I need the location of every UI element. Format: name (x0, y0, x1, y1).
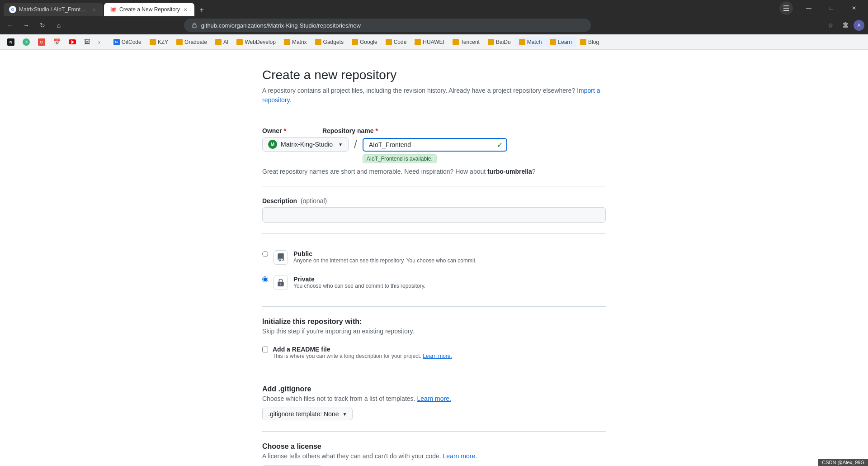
tab2-favicon: 🐙 (109, 6, 117, 13)
suggestion-text: Great repository names are short and mem… (262, 168, 606, 175)
lock-icon (191, 22, 198, 29)
extensions-icon[interactable] (839, 19, 852, 32)
maximize-button[interactable]: □ (821, 0, 842, 16)
title-bar: G MatrixStudio / AIoT_Frontend ✕ 🐙 Creat… (0, 0, 868, 16)
gitignore-dropdown[interactable]: .gitignore template: None ▼ (262, 408, 353, 420)
bookmark-webdevelop[interactable]: WebDevelop (233, 37, 279, 47)
divider-2 (262, 186, 606, 186)
gitignore-dropdown-label: .gitignore template: None (268, 410, 339, 418)
bookmark-youtube[interactable] (65, 38, 80, 46)
bookmark-graduate-label: Graduate (184, 39, 207, 45)
readme-option[interactable]: Add a README file This is where you can … (262, 342, 606, 363)
owner-dropdown[interactable]: M Matrix-King-Studio ▼ (262, 137, 349, 152)
bookmark-code[interactable]: Code (382, 37, 410, 47)
public-desc: Anyone on the internet can see this repo… (293, 257, 606, 264)
address-input[interactable]: github.com/organizations/Matrix-King-Stu… (184, 19, 591, 32)
public-radio[interactable] (262, 251, 268, 257)
public-title: Public (293, 250, 606, 257)
bookmark-ai[interactable]: AI (212, 37, 232, 47)
page-content: Create a new repository A repository con… (0, 50, 868, 466)
bookmark-blog-label: Blog (588, 39, 599, 45)
status-bar: CSDN @Alex_99G (818, 459, 868, 466)
readme-checkbox[interactable] (262, 347, 268, 352)
bookmark-kzy[interactable]: KZY (146, 37, 172, 47)
license-learn-more[interactable]: Learn more. (443, 452, 477, 460)
new-tab-button[interactable]: + (195, 4, 208, 16)
tab1-title: MatrixStudio / AIoT_Frontend (19, 6, 89, 13)
bookmark-gadgets[interactable]: Gadgets (311, 37, 347, 47)
repo-name-label: Repository name * (322, 127, 378, 134)
svg-rect-0 (783, 5, 789, 6)
bookmark-star-icon[interactable]: ☆ (825, 19, 837, 32)
bookmark-huawei-label: HUAWEI (423, 39, 444, 45)
graduate-folder-icon (176, 39, 183, 45)
atom-icon: ⚛ (23, 38, 30, 46)
repo-name-required: * (375, 127, 377, 134)
bookmark-baidu[interactable]: BaiDu (484, 37, 514, 47)
description-optional: (optional) (301, 197, 327, 204)
suggestion-link[interactable]: turbo-umbrella (487, 168, 532, 175)
bookmark-graduate[interactable]: Graduate (173, 37, 211, 47)
bookmark-blog[interactable]: Blog (576, 37, 603, 47)
svg-rect-3 (193, 25, 196, 28)
back-button[interactable]: ← (4, 19, 16, 32)
bookmark-ai-label: AI (223, 39, 228, 45)
private-info: Private You choose who can see and commi… (293, 276, 606, 289)
bookmark-code-label: Code (394, 39, 407, 45)
public-option[interactable]: Public Anyone on the internet can see th… (262, 245, 606, 270)
bookmark-matrix[interactable]: Matrix (280, 37, 311, 47)
ai-folder-icon (215, 39, 222, 45)
youtube-icon (69, 39, 76, 44)
bookmark-learn[interactable]: Learn (546, 37, 576, 47)
private-radio[interactable] (262, 276, 268, 282)
tab-create-repo[interactable]: 🐙 Create a New Repository ✕ (104, 3, 194, 16)
bookmark-google-label: Google (360, 39, 377, 45)
repo-name-input-wrapper: ✓ AIoT_Frontend is available. (363, 138, 507, 152)
profile-icon[interactable] (779, 1, 793, 15)
visibility-section: Public Anyone on the internet can see th… (262, 245, 606, 295)
description-input[interactable] (262, 207, 606, 223)
baidu-folder-icon (488, 39, 494, 45)
google-folder-icon (352, 39, 358, 45)
browser-chrome: G MatrixStudio / AIoT_Frontend ✕ 🐙 Creat… (0, 0, 868, 466)
readme-learn-more[interactable]: Learn more. (423, 353, 452, 359)
bookmark-atom[interactable]: ⚛ (19, 37, 33, 48)
owner-repo-section: Owner * Repository name * M (262, 127, 606, 175)
learn-folder-icon (550, 39, 556, 45)
bookmark-learn-label: Learn (558, 39, 572, 45)
img-icon: 🖼 (84, 38, 90, 45)
bookmark-notion[interactable]: N (4, 37, 18, 48)
repo-name-input[interactable] (363, 138, 507, 152)
bookmark-calendar[interactable]: 📅 (50, 37, 64, 47)
private-option[interactable]: Private You choose who can see and commi… (262, 270, 606, 295)
bookmark-tencent[interactable]: Tencent (449, 37, 483, 47)
bookmark-huawei[interactable]: HUAWEI (411, 37, 448, 47)
c-icon: C (38, 38, 45, 46)
tab1-close[interactable]: ✕ (90, 6, 98, 13)
close-button[interactable]: ✕ (844, 0, 864, 16)
gitignore-learn-more[interactable]: Learn more. (417, 395, 451, 402)
forward-button[interactable]: → (20, 19, 33, 32)
bookmark-separator (107, 38, 107, 47)
calendar-icon: 📅 (53, 38, 61, 45)
bookmark-gitcode[interactable]: G GitCode (110, 37, 145, 47)
init-section: Initialize this repository with: Skip th… (262, 318, 606, 363)
bookmark-match[interactable]: Match (515, 37, 546, 47)
tab-matrix-studio[interactable]: G MatrixStudio / AIoT_Frontend ✕ (4, 3, 103, 16)
profile-avatar[interactable]: A (854, 20, 864, 31)
home-button[interactable]: ⌂ (52, 19, 65, 32)
divider-3 (262, 233, 606, 234)
webdevelop-folder-icon (236, 39, 243, 45)
bookmark-google[interactable]: Google (348, 37, 381, 47)
bookmark-arrow[interactable]: › (94, 37, 104, 48)
tab2-close[interactable]: ✕ (182, 6, 189, 13)
svg-rect-2 (783, 10, 789, 11)
bookmark-img[interactable]: 🖼 (80, 37, 94, 47)
owner-required: * (283, 127, 286, 134)
bookmarks-bar: N ⚛ C 📅 🖼 › G GitCode KZY (0, 34, 868, 50)
svg-rect-1 (783, 8, 789, 9)
bookmark-c[interactable]: C (34, 37, 49, 48)
reload-button[interactable]: ↻ (36, 19, 49, 32)
license-title: Choose a license (262, 442, 606, 451)
minimize-button[interactable]: — (798, 0, 819, 16)
